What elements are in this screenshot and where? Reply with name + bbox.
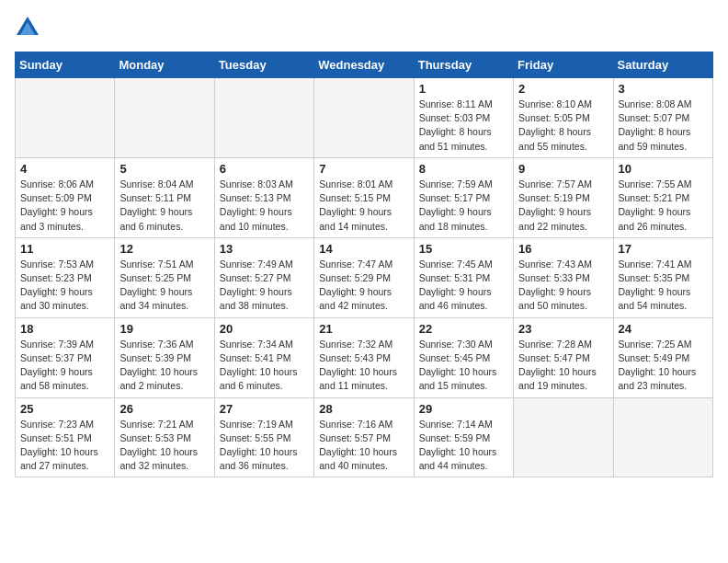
day-number: 6 <box>220 162 309 176</box>
calendar-cell: 7Sunrise: 8:01 AMSunset: 5:15 PMDaylight… <box>314 157 414 237</box>
day-info: Sunrise: 7:14 AMSunset: 5:59 PMDaylight:… <box>419 418 508 474</box>
day-info: Sunrise: 7:32 AMSunset: 5:43 PMDaylight:… <box>319 338 408 394</box>
page-header <box>15 15 713 40</box>
calendar-cell: 2Sunrise: 8:10 AMSunset: 5:05 PMDaylight… <box>514 78 613 158</box>
day-info: Sunrise: 7:59 AMSunset: 5:17 PMDaylight:… <box>419 178 508 234</box>
week-row-2: 4Sunrise: 8:06 AMSunset: 5:09 PMDaylight… <box>16 157 713 237</box>
day-number: 24 <box>619 322 708 336</box>
day-info: Sunrise: 7:51 AMSunset: 5:25 PMDaylight:… <box>119 258 209 314</box>
calendar-cell: 6Sunrise: 8:03 AMSunset: 5:13 PMDaylight… <box>214 157 313 237</box>
calendar-cell <box>115 78 214 158</box>
day-number: 7 <box>319 162 408 176</box>
day-info: Sunrise: 8:06 AMSunset: 5:09 PMDaylight:… <box>20 178 109 234</box>
day-number: 15 <box>419 242 508 256</box>
week-row-3: 11Sunrise: 7:53 AMSunset: 5:23 PMDayligh… <box>16 237 713 317</box>
calendar-cell: 12Sunrise: 7:51 AMSunset: 5:25 PMDayligh… <box>115 237 214 317</box>
day-info: Sunrise: 8:08 AMSunset: 5:07 PMDaylight:… <box>619 98 708 154</box>
calendar-cell <box>514 397 613 477</box>
day-number: 20 <box>220 322 309 336</box>
header-friday: Friday <box>514 52 613 78</box>
calendar-cell: 8Sunrise: 7:59 AMSunset: 5:17 PMDaylight… <box>414 157 513 237</box>
day-number: 2 <box>518 82 608 96</box>
day-number: 16 <box>518 242 608 256</box>
day-info: Sunrise: 8:03 AMSunset: 5:13 PMDaylight:… <box>220 178 309 234</box>
day-info: Sunrise: 7:57 AMSunset: 5:19 PMDaylight:… <box>518 178 608 234</box>
calendar-cell: 25Sunrise: 7:23 AMSunset: 5:51 PMDayligh… <box>16 397 115 477</box>
day-number: 17 <box>619 242 708 256</box>
calendar-cell: 9Sunrise: 7:57 AMSunset: 5:19 PMDaylight… <box>514 157 613 237</box>
calendar-cell: 11Sunrise: 7:53 AMSunset: 5:23 PMDayligh… <box>16 237 115 317</box>
day-number: 22 <box>419 322 508 336</box>
day-number: 21 <box>319 322 408 336</box>
day-info: Sunrise: 7:28 AMSunset: 5:47 PMDaylight:… <box>518 338 608 394</box>
day-number: 4 <box>20 162 109 176</box>
day-number: 26 <box>119 402 209 416</box>
calendar-cell <box>613 397 712 477</box>
day-info: Sunrise: 7:41 AMSunset: 5:35 PMDaylight:… <box>619 258 708 314</box>
calendar-cell: 19Sunrise: 7:36 AMSunset: 5:39 PMDayligh… <box>115 317 214 397</box>
calendar-cell: 13Sunrise: 7:49 AMSunset: 5:27 PMDayligh… <box>214 237 313 317</box>
calendar-cell: 18Sunrise: 7:39 AMSunset: 5:37 PMDayligh… <box>16 317 115 397</box>
calendar-cell: 22Sunrise: 7:30 AMSunset: 5:45 PMDayligh… <box>414 317 513 397</box>
calendar-table: SundayMondayTuesdayWednesdayThursdayFrid… <box>15 52 713 477</box>
calendar-cell <box>16 78 115 158</box>
day-number: 23 <box>518 322 608 336</box>
header-saturday: Saturday <box>613 52 712 78</box>
day-info: Sunrise: 7:53 AMSunset: 5:23 PMDaylight:… <box>20 258 109 314</box>
header-monday: Monday <box>115 52 214 78</box>
day-info: Sunrise: 7:43 AMSunset: 5:33 PMDaylight:… <box>518 258 608 314</box>
day-number: 9 <box>518 162 608 176</box>
calendar-cell: 23Sunrise: 7:28 AMSunset: 5:47 PMDayligh… <box>514 317 613 397</box>
calendar-cell: 17Sunrise: 7:41 AMSunset: 5:35 PMDayligh… <box>613 237 712 317</box>
day-number: 1 <box>419 82 508 96</box>
day-info: Sunrise: 7:21 AMSunset: 5:53 PMDaylight:… <box>119 418 209 474</box>
day-number: 8 <box>419 162 508 176</box>
day-info: Sunrise: 7:16 AMSunset: 5:57 PMDaylight:… <box>319 418 408 474</box>
day-info: Sunrise: 7:34 AMSunset: 5:41 PMDaylight:… <box>220 338 309 394</box>
week-row-4: 18Sunrise: 7:39 AMSunset: 5:37 PMDayligh… <box>16 317 713 397</box>
calendar-cell <box>214 78 313 158</box>
calendar-cell: 1Sunrise: 8:11 AMSunset: 5:03 PMDaylight… <box>414 78 513 158</box>
week-row-1: 1Sunrise: 8:11 AMSunset: 5:03 PMDaylight… <box>16 78 713 158</box>
day-info: Sunrise: 7:39 AMSunset: 5:37 PMDaylight:… <box>20 338 109 394</box>
day-number: 29 <box>419 402 508 416</box>
day-info: Sunrise: 8:01 AMSunset: 5:15 PMDaylight:… <box>319 178 408 234</box>
day-number: 3 <box>619 82 708 96</box>
calendar-cell: 28Sunrise: 7:16 AMSunset: 5:57 PMDayligh… <box>314 397 414 477</box>
day-number: 18 <box>20 322 109 336</box>
logo <box>15 15 44 40</box>
day-info: Sunrise: 7:47 AMSunset: 5:29 PMDaylight:… <box>319 258 408 314</box>
calendar-cell <box>314 78 414 158</box>
day-number: 19 <box>119 322 209 336</box>
day-number: 28 <box>319 402 408 416</box>
calendar-cell: 21Sunrise: 7:32 AMSunset: 5:43 PMDayligh… <box>314 317 414 397</box>
day-number: 14 <box>319 242 408 256</box>
logo-icon <box>15 15 40 40</box>
day-info: Sunrise: 7:36 AMSunset: 5:39 PMDaylight:… <box>119 338 209 394</box>
calendar-cell: 29Sunrise: 7:14 AMSunset: 5:59 PMDayligh… <box>414 397 513 477</box>
calendar-cell: 16Sunrise: 7:43 AMSunset: 5:33 PMDayligh… <box>514 237 613 317</box>
day-info: Sunrise: 8:10 AMSunset: 5:05 PMDaylight:… <box>518 98 608 154</box>
day-info: Sunrise: 7:25 AMSunset: 5:49 PMDaylight:… <box>619 338 708 394</box>
day-info: Sunrise: 7:49 AMSunset: 5:27 PMDaylight:… <box>220 258 309 314</box>
calendar-cell: 15Sunrise: 7:45 AMSunset: 5:31 PMDayligh… <box>414 237 513 317</box>
calendar-cell: 24Sunrise: 7:25 AMSunset: 5:49 PMDayligh… <box>613 317 712 397</box>
header-thursday: Thursday <box>414 52 513 78</box>
day-info: Sunrise: 7:30 AMSunset: 5:45 PMDaylight:… <box>419 338 508 394</box>
week-row-5: 25Sunrise: 7:23 AMSunset: 5:51 PMDayligh… <box>16 397 713 477</box>
calendar-cell: 3Sunrise: 8:08 AMSunset: 5:07 PMDaylight… <box>613 78 712 158</box>
header-tuesday: Tuesday <box>214 52 313 78</box>
calendar-cell: 5Sunrise: 8:04 AMSunset: 5:11 PMDaylight… <box>115 157 214 237</box>
day-number: 27 <box>220 402 309 416</box>
day-info: Sunrise: 7:19 AMSunset: 5:55 PMDaylight:… <box>220 418 309 474</box>
calendar-cell: 26Sunrise: 7:21 AMSunset: 5:53 PMDayligh… <box>115 397 214 477</box>
calendar-cell: 20Sunrise: 7:34 AMSunset: 5:41 PMDayligh… <box>214 317 313 397</box>
calendar-cell: 10Sunrise: 7:55 AMSunset: 5:21 PMDayligh… <box>613 157 712 237</box>
day-number: 11 <box>20 242 109 256</box>
calendar-cell: 4Sunrise: 8:06 AMSunset: 5:09 PMDaylight… <box>16 157 115 237</box>
day-number: 12 <box>119 242 209 256</box>
day-info: Sunrise: 7:45 AMSunset: 5:31 PMDaylight:… <box>419 258 508 314</box>
calendar-cell: 27Sunrise: 7:19 AMSunset: 5:55 PMDayligh… <box>214 397 313 477</box>
header-sunday: Sunday <box>16 52 115 78</box>
day-info: Sunrise: 7:55 AMSunset: 5:21 PMDaylight:… <box>619 178 708 234</box>
